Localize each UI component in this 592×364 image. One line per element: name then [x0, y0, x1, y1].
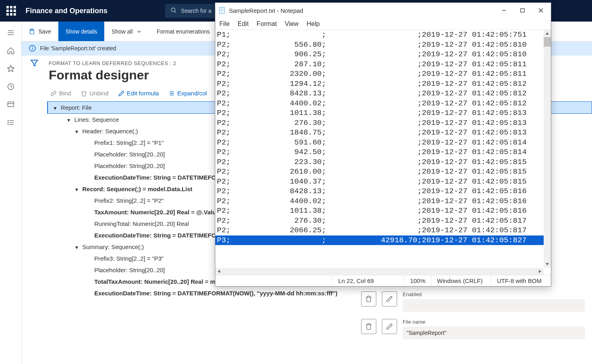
- nav-rail: [0, 22, 22, 364]
- info-icon: [29, 45, 36, 52]
- notepad-text-area[interactable]: P1; ; ;2019-12-27 01:42:05:751P2; 556.80…: [215, 30, 551, 275]
- tree-node-label: RunningTotal: Numeric[20..20] Real: [94, 220, 189, 227]
- caret-icon[interactable]: [74, 187, 79, 192]
- tree-node-label: ExecutionDateTime: String = DATETIMEFORM…: [94, 290, 338, 297]
- notepad-line: P2; 2610.00; ;2019-12-27 01:42:05:815: [215, 167, 544, 177]
- scroll-right-icon[interactable]: [536, 268, 544, 275]
- save-button[interactable]: Save: [22, 22, 58, 41]
- svg-line-1: [175, 11, 176, 12]
- svg-point-12: [8, 120, 8, 121]
- scroll-left-icon[interactable]: [215, 268, 222, 275]
- notepad-line: P2; 8428.13; ;2019-12-27 01:42:05:816: [215, 186, 544, 196]
- close-button[interactable]: [532, 3, 550, 18]
- tree-node-label: Prefix1: String[2..2] = "P1": [94, 139, 164, 146]
- caret-icon[interactable]: [53, 105, 58, 110]
- tree-node-label: Header: Sequence(;): [82, 128, 138, 135]
- notepad-line: P2; 1040.37; ;2019-12-27 01:42:05:815: [215, 177, 544, 187]
- format-enumerations-label: Format enumerations: [157, 28, 210, 35]
- notepad-title: SampleReport.txt - Notepad: [229, 7, 495, 14]
- app-launcher-icon[interactable]: [6, 6, 16, 16]
- tree-node-label: TaxAmount: Numeric[20..20] Real = @.Valu…: [94, 209, 219, 216]
- menu-edit[interactable]: Edit: [238, 20, 249, 28]
- notepad-line: P2; 906.25; ;2019-12-27 01:42:05:810: [215, 49, 544, 59]
- caret-icon[interactable]: [74, 129, 79, 134]
- edit-enabled-button[interactable]: [382, 291, 397, 307]
- svg-marker-5: [7, 65, 14, 72]
- edit-filename-button[interactable]: [382, 319, 397, 334]
- show-all-label: Show all: [111, 28, 133, 35]
- notepad-titlebar[interactable]: SampleReport.txt - Notepad: [215, 3, 551, 18]
- tree-node-label: ExecutionDateTime: String = DATETIMEFOR: [94, 232, 221, 239]
- svg-marker-26: [75, 188, 78, 191]
- caret-icon[interactable]: [74, 245, 79, 249]
- notepad-line: P3; ; 42918.70;2019-12-27 01:42:05:827: [215, 235, 544, 245]
- caret-icon[interactable]: [66, 117, 71, 122]
- filter-icon[interactable]: [30, 59, 39, 364]
- svg-marker-36: [546, 32, 549, 35]
- bind-button[interactable]: Bind: [50, 90, 71, 97]
- svg-marker-19: [31, 60, 38, 66]
- star-icon[interactable]: [7, 65, 15, 74]
- delete-enabled-button[interactable]: [361, 291, 376, 307]
- bind-label: Bind: [59, 90, 71, 97]
- list-icon[interactable]: [7, 119, 15, 128]
- filename-label: File name: [403, 319, 585, 325]
- tree-node-label: Summary: Sequence(;): [82, 243, 144, 250]
- notepad-icon: [219, 7, 226, 14]
- show-all-button[interactable]: Show all: [104, 22, 149, 41]
- filename-value[interactable]: "SampleReport": [403, 326, 585, 339]
- home-icon[interactable]: [7, 47, 15, 56]
- svg-rect-28: [220, 8, 224, 14]
- scrollbar-horizontal[interactable]: [215, 268, 544, 275]
- maximize-button[interactable]: [513, 3, 532, 18]
- notepad-menubar: File Edit Format View Help: [215, 18, 551, 30]
- svg-marker-39: [539, 270, 541, 273]
- menu-file[interactable]: File: [219, 20, 230, 28]
- properties-pane: Enabled File name "SampleReport": [361, 291, 585, 339]
- save-label: Save: [38, 28, 51, 35]
- notepad-line: P2; 4400.02; ;2019-12-27 01:42:05:812: [215, 99, 544, 109]
- format-enumerations-button[interactable]: Format enumerations: [149, 22, 217, 41]
- notepad-line: P2; 287.10; ;2019-12-27 01:42:05:811: [215, 59, 544, 69]
- notepad-line: P2; 276.30; ;2019-12-27 01:42:05:817: [215, 216, 544, 226]
- edit-formula-button[interactable]: Edit formula: [118, 90, 159, 97]
- notepad-statusbar: Ln 22, Col 69 100% Windows (CRLF) UTF-8 …: [215, 275, 551, 286]
- workspace-icon[interactable]: [7, 101, 15, 110]
- scroll-down-icon[interactable]: [544, 261, 551, 268]
- svg-rect-7: [8, 102, 14, 107]
- clock-icon[interactable]: [7, 83, 15, 92]
- status-eol: Windows (CRLF): [431, 275, 491, 286]
- notepad-line: P2; 276.30; ;2019-12-27 01:42:05:813: [215, 118, 544, 128]
- expand-label: Expand/col: [177, 90, 207, 97]
- delete-filename-button[interactable]: [361, 319, 376, 334]
- svg-point-18: [32, 47, 33, 47]
- tree-node-label: Prefix3: String[2..2] = "P3": [94, 255, 164, 262]
- notepad-line: P2; 223.30; ;2019-12-27 01:42:05:815: [215, 157, 544, 167]
- svg-marker-25: [75, 131, 78, 133]
- tree-node-label: Prefix2: String[2..2] = "P2": [94, 197, 164, 204]
- hamburger-icon[interactable]: [7, 29, 15, 38]
- status-zoom: 100%: [404, 275, 431, 286]
- menu-help[interactable]: Help: [306, 20, 320, 28]
- expand-collapse-button[interactable]: Expand/col: [169, 90, 207, 97]
- scroll-up-icon[interactable]: [544, 30, 551, 37]
- minimize-button[interactable]: [495, 3, 513, 18]
- svg-point-13: [8, 122, 8, 123]
- scrollbar-vertical[interactable]: [544, 30, 551, 268]
- status-encoding: UTF-8 with BOM: [491, 275, 551, 286]
- tree-node-label: Placeholder: String[20..20]: [94, 162, 165, 169]
- message-text: File 'SampleReport.txt' created: [40, 45, 116, 51]
- notepad-window[interactable]: SampleReport.txt - Notepad File Edit For…: [215, 2, 551, 287]
- unbind-button[interactable]: Unbind: [81, 90, 109, 97]
- notepad-line: P2; 1011.38; ;2019-12-27 01:42:05:813: [215, 108, 544, 118]
- enabled-value[interactable]: [403, 299, 585, 312]
- menu-view[interactable]: View: [285, 20, 298, 28]
- svg-rect-33: [521, 9, 524, 12]
- show-details-button[interactable]: Show details: [58, 22, 104, 41]
- notepad-line: P2; 942.50; ;2019-12-27 01:42:05:814: [215, 147, 544, 157]
- notepad-line: P2; 1848.75; ;2019-12-27 01:42:05:813: [215, 128, 544, 138]
- svg-marker-38: [218, 270, 220, 273]
- menu-format[interactable]: Format: [256, 20, 277, 28]
- tree-node-label: Placeholder: String[20..20]: [94, 151, 165, 158]
- search-icon: [171, 7, 177, 15]
